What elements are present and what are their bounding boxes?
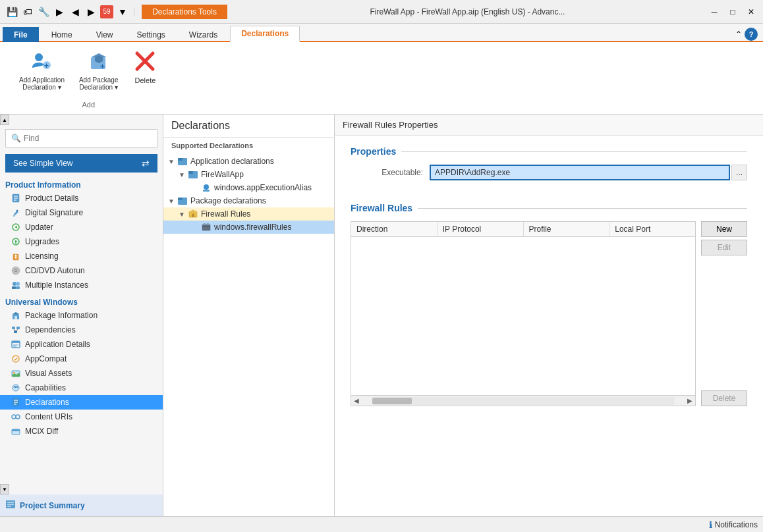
expand-firewall-rules-icon[interactable]: ▼ [177, 211, 187, 218]
firewall-rules-section: Firewall Rules Direction IP Protocol Pro… [351, 203, 747, 406]
appexecutionalias-tree-label: windows.appExecutionAlias [214, 183, 312, 192]
tree-item-firewallapp[interactable]: ▼ FireWallApp [163, 168, 334, 181]
quick-access-icon[interactable]: 💾 [5, 5, 18, 18]
maximize-button[interactable]: □ [726, 7, 739, 17]
product-information-section-title: Product Information [0, 175, 163, 191]
sidebar: ▲ 🔍 See Simple View ⇄ Product Informatio… [0, 115, 163, 516]
multiple-instances-label: Multiple Instances [25, 280, 88, 290]
sidebar-item-mcix-diff[interactable]: MCiX Diff [0, 424, 163, 439]
sidebar-item-product-details[interactable]: Product Details [0, 191, 163, 205]
title-bar: 💾 🏷 🔧 ▶ ◀ ▶ 59 ▼ | Declarations Tools Fi… [0, 0, 763, 24]
table-scrollbar[interactable] [372, 397, 674, 405]
window-controls: ─ □ ✕ [708, 7, 758, 17]
firewall-rules-tree-icon [187, 209, 199, 219]
counter-badge[interactable]: 59 [100, 5, 113, 18]
content-uris-icon [11, 412, 21, 422]
tree-item-firewallrules[interactable]: windows.firewallRules [163, 221, 334, 234]
firewall-rules-table: Direction IP Protocol Profile Local Port… [351, 221, 696, 406]
dropdown-icon[interactable]: ▼ [116, 5, 129, 18]
scroll-down-button[interactable]: ▼ [0, 484, 9, 494]
right-panel: Firewall Rules Properties Properties Exe… [335, 115, 763, 516]
table-scroll-left-icon[interactable]: ◀ [351, 397, 362, 404]
sidebar-item-licensing[interactable]: Licensing [0, 249, 163, 263]
svg-line-33 [16, 329, 18, 331]
search-input[interactable] [24, 134, 152, 143]
mcix-diff-icon [11, 426, 21, 437]
expand-pkg-declarations-icon[interactable]: ▼ [166, 198, 177, 205]
table-scroll-right-icon[interactable]: ▶ [685, 397, 695, 404]
sidebar-item-multiple-instances[interactable]: Multiple Instances [0, 278, 163, 292]
minimize-button[interactable]: ─ [708, 7, 721, 17]
close-button[interactable]: ✕ [745, 7, 758, 17]
visual-assets-icon [11, 368, 21, 379]
col-header-ip-protocol: IP Protocol [438, 222, 524, 236]
forward-icon[interactable]: ▶ [84, 5, 98, 18]
sidebar-item-content-uris[interactable]: Content URIs [0, 410, 163, 424]
table-body [351, 237, 695, 395]
edit-firewall-rule-button[interactable]: Edit [701, 240, 747, 255]
notifications-area[interactable]: ℹ Notifications [709, 519, 758, 530]
back-icon[interactable]: ◀ [69, 5, 82, 18]
sidebar-item-capabilities[interactable]: Capabilities [0, 381, 163, 395]
svg-rect-19 [15, 257, 16, 259]
sidebar-item-application-details[interactable]: Application Details [0, 337, 163, 352]
help-icon[interactable]: ? [745, 28, 758, 41]
expand-app-declarations-icon[interactable]: ▼ [166, 158, 177, 165]
save-icon[interactable]: 🏷 [21, 5, 34, 18]
sidebar-item-package-information[interactable]: Package Information [0, 308, 163, 323]
add-pkg-decl-icon: + [88, 51, 109, 75]
licensing-icon [11, 251, 21, 261]
delete-firewall-rule-button[interactable]: Delete [701, 390, 747, 406]
firewall-rules-table-area: Direction IP Protocol Profile Local Port… [351, 221, 747, 406]
table-scroll-thumb[interactable] [372, 398, 412, 404]
svg-point-18 [15, 255, 17, 257]
expand-firewallapp-icon[interactable]: ▼ [177, 171, 187, 178]
cd-dvd-label: CD/DVD Autorun [25, 266, 85, 275]
declarations-icon [11, 397, 21, 408]
sidebar-item-appcompat[interactable]: AppCompat [0, 352, 163, 366]
visual-assets-label: Visual Assets [25, 369, 72, 378]
sidebar-item-dependencies[interactable]: Dependencies [0, 323, 163, 337]
mcix-diff-label: MCiX Diff [25, 427, 58, 436]
delete-icon [134, 51, 155, 75]
tab-declarations[interactable]: Declarations [230, 26, 300, 42]
sidebar-item-upgrades[interactable]: Upgrades [0, 234, 163, 249]
ribbon-collapse-btn[interactable]: ⌃ [735, 30, 742, 39]
tab-wizards[interactable]: Wizards [178, 27, 229, 42]
svg-rect-28 [14, 316, 17, 319]
executable-input[interactable] [430, 165, 730, 180]
scroll-up-button[interactable]: ▲ [0, 115, 9, 125]
svg-point-0 [35, 53, 43, 61]
new-firewall-rule-button[interactable]: New [701, 221, 747, 237]
table-footer: ◀ ▶ [351, 395, 695, 406]
svg-line-32 [14, 329, 16, 331]
sidebar-item-cd-dvd[interactable]: CD/DVD Autorun [0, 263, 163, 278]
svg-rect-67 [204, 223, 206, 225]
tab-settings[interactable]: Settings [125, 27, 176, 42]
tree-item-app-declarations[interactable]: ▼ Application declarations [163, 155, 334, 168]
build-icon[interactable]: 🔧 [37, 5, 50, 18]
tab-home[interactable]: Home [40, 27, 84, 42]
tree-item-firewall-rules[interactable]: ▼ Firewall Rules [163, 207, 334, 221]
tree-item-appexecutionalias[interactable]: windows.appExecutionAlias [163, 181, 334, 194]
tree-item-pkg-declarations[interactable]: ▼ Package declarations [163, 194, 334, 207]
delete-button[interactable]: Delete [127, 47, 163, 88]
sidebar-item-updater[interactable]: Updater [0, 220, 163, 234]
add-package-declaration-button[interactable]: + Add PackageDeclaration ▾ [73, 47, 125, 94]
sidebar-item-declarations[interactable]: Declarations [0, 395, 163, 410]
sidebar-item-visual-assets[interactable]: Visual Assets [0, 366, 163, 381]
appcompat-label: AppCompat [25, 354, 67, 363]
tab-file[interactable]: File [3, 27, 39, 42]
delete-label: Delete [135, 76, 156, 84]
add-application-declaration-button[interactable]: + Add ApplicationDeclaration ▾ [13, 47, 71, 94]
ribbon-tabs: File Home View Settings Wizards Declarat… [0, 24, 763, 42]
sidebar-item-digital-signature[interactable]: Digital Signature [0, 205, 163, 220]
tab-view[interactable]: View [85, 27, 125, 42]
see-simple-view-button[interactable]: See Simple View ⇄ [5, 154, 157, 173]
svg-rect-26 [16, 286, 20, 289]
project-summary-label: Project Summary [20, 501, 85, 510]
run-icon[interactable]: ▶ [53, 5, 66, 18]
project-summary-button[interactable]: Project Summary [0, 494, 163, 516]
see-simple-label: See Simple View [13, 159, 73, 168]
executable-browse-button[interactable]: … [731, 165, 747, 180]
